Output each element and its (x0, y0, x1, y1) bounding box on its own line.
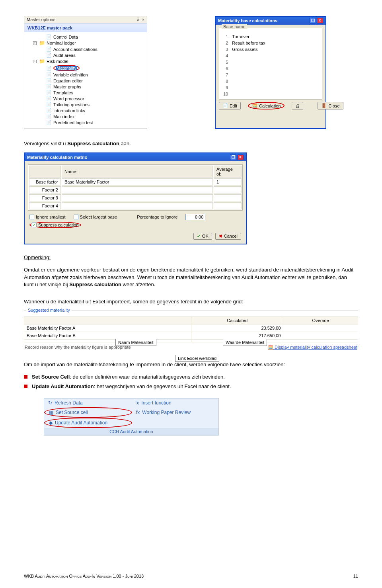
tree-item-master-graphs[interactable]: 📄Master graphs (26, 84, 145, 90)
paragraph: Wanneer u de materialiteit uit Excel imp… (24, 298, 358, 306)
paragraph: Vervolgens vinkt u Suppress calculation … (24, 140, 358, 148)
restore-icon[interactable]: ❐ (310, 18, 316, 23)
close-button[interactable]: 🚪 Close (318, 102, 343, 109)
ribbon-icon: fx (136, 410, 140, 415)
opmerking-heading: Opmerking: (24, 254, 358, 262)
document-icon: 📄 (46, 120, 52, 125)
tree-item-templates[interactable]: 📄Templates (26, 90, 145, 96)
tree-item-risk-model[interactable]: +📁Risk model (26, 58, 145, 64)
name-input[interactable] (62, 202, 213, 209)
bullet-item: Update Audit Automation: het wegschrijve… (24, 383, 358, 390)
tree-item-label: Predefined logic test (53, 120, 93, 125)
expand-icon[interactable]: + (33, 41, 37, 45)
calculation-button[interactable]: 🧮 Calculation (248, 102, 285, 109)
base-name-cell[interactable] (230, 53, 320, 59)
tree-item-label: Account classifications (53, 47, 97, 52)
page-number: 11 (353, 574, 358, 578)
base-name-cell[interactable] (230, 85, 320, 90)
folder-icon: 📁 (39, 59, 45, 64)
cancel-button[interactable]: ✖ Cancel (215, 233, 241, 240)
document-icon: 📄 (46, 84, 52, 89)
tree-item-variable-definition[interactable]: 📄Variable definition (26, 72, 145, 78)
override-input[interactable] (283, 324, 358, 332)
panel-legend: Suggested materiality (26, 308, 72, 313)
base-name-cell[interactable]: Result before tax (230, 40, 320, 46)
base-name-cell[interactable] (230, 78, 320, 84)
select-largest-checkbox[interactable]: Select largest base (74, 215, 117, 219)
tree-item-label: Information links (53, 108, 85, 113)
tree-item-label: Word processor (53, 96, 84, 101)
folder-icon: 📁 (39, 40, 45, 46)
avg-input[interactable] (214, 186, 242, 193)
override-input[interactable] (283, 332, 358, 340)
ignore-smallest-checkbox[interactable]: Ignore smallest (29, 215, 66, 219)
annotation-link: Link Excel werkblad (175, 355, 219, 362)
dialog-title: Materiality calculation matrix (27, 155, 87, 160)
base-name-cell[interactable] (230, 59, 320, 65)
base-name-cell[interactable]: Turnover (230, 34, 320, 39)
base-name-cell[interactable] (230, 91, 320, 97)
ribbon-insert-function[interactable]: fxInsert function (131, 399, 218, 407)
document-icon: 📄 (46, 47, 52, 52)
ribbon-icon: fx (135, 400, 139, 406)
avg-input[interactable]: 1 (214, 178, 242, 186)
expand-icon[interactable]: + (33, 60, 37, 63)
opmerking-body: Omdat er een algemene voorkeur bestaat o… (24, 266, 358, 289)
ribbon-update-audit-automation[interactable]: ◆Update Audit Automation (44, 418, 132, 428)
tree-item-predefined-logic-test[interactable]: 📄Predefined logic test (26, 119, 145, 125)
pct-input[interactable]: 0,00 (185, 214, 205, 220)
ribbon-set-source-cell[interactable]: ▦Set Source cell (44, 407, 132, 418)
name-input[interactable] (62, 186, 213, 193)
close-icon[interactable]: × (237, 154, 244, 160)
row-label: Factor 3 (29, 194, 61, 201)
tree-item-label: Equation editor (53, 78, 83, 83)
materiality-matrix-dialog: Materiality calculation matrix ❐ × Name:… (24, 152, 247, 244)
tree-item-main-index[interactable]: 📄Main index (26, 113, 145, 119)
tree-item-label: Master graphs (53, 84, 81, 89)
row-number: 6 (222, 66, 230, 71)
ribbon-refresh-data[interactable]: ↻Refresh Data (44, 399, 131, 407)
ok-button[interactable]: ✔ OK (193, 233, 212, 240)
tree-item-equation-editor[interactable]: 📄Equation editor (26, 78, 145, 84)
base-name-cell[interactable] (230, 66, 320, 71)
avg-input[interactable] (214, 194, 242, 201)
col-calculated: Calculated (191, 317, 283, 324)
annotation-value: Waarde Materialiteit (223, 339, 267, 346)
override-input[interactable] (283, 340, 358, 342)
suppress-calculation-checkbox[interactable]: ✓Suppress calculation (29, 222, 81, 228)
dialog-title: Materiality base calculations (218, 18, 277, 23)
tree-item-nominal-ledger[interactable]: +📁Nominal ledger (26, 40, 145, 46)
restore-icon[interactable]: ❐ (230, 154, 236, 160)
tree-item-account-classifications[interactable]: 📄Account classifications (26, 46, 145, 52)
document-icon: 📄 (46, 114, 52, 119)
base-name-cell[interactable]: Gross assets (230, 47, 320, 52)
tree-item-word-processor[interactable]: 📄Word processor (26, 96, 145, 102)
row-number: 3 (222, 47, 230, 52)
avg-input[interactable] (214, 202, 242, 209)
document-icon: 📄 (46, 108, 52, 113)
close-icon[interactable]: × (142, 17, 144, 22)
tree-item-tailoring-questions[interactable]: 📄Tailoring questions (26, 102, 145, 107)
footer-version: WKB Audit Automation Office Add-In Versi… (24, 574, 144, 578)
ribbon-icon: ▦ (49, 410, 53, 415)
edit-button[interactable]: 📄 Edit (219, 102, 241, 109)
base-name-cell[interactable] (230, 72, 320, 78)
tree-item-label: Audit areas (53, 53, 76, 58)
tree-item-audit-areas[interactable]: 📄Audit areas (26, 52, 145, 58)
tree-item-control-data[interactable]: 📄Control Data (26, 34, 145, 40)
document-icon: 📄 (46, 72, 52, 77)
tree-item-information-links[interactable]: 📄Information links (26, 107, 145, 113)
tree-item-materiality[interactable]: 📄Materiality (26, 64, 145, 72)
name-input[interactable]: Base Materiality Factor (62, 178, 213, 186)
row-number: 4 (222, 53, 230, 59)
close-icon[interactable]: × (317, 18, 323, 23)
bullet-item: Set Source Cell: de cellen definiëren wa… (24, 373, 358, 381)
display-spreadsheet-link[interactable]: 🧮 Display materiality calculation spread… (268, 345, 357, 350)
name-input[interactable] (62, 194, 213, 201)
document-icon: 📄 (46, 53, 52, 58)
pin-icon[interactable]: ⊼ (136, 17, 140, 22)
ribbon-working-paper-review[interactable]: fxWorking Paper Review (132, 407, 218, 418)
print-button[interactable]: 🖨 (292, 102, 303, 109)
col-name: Name: (62, 166, 213, 178)
pct-label: Percentage to ignore (137, 215, 177, 219)
